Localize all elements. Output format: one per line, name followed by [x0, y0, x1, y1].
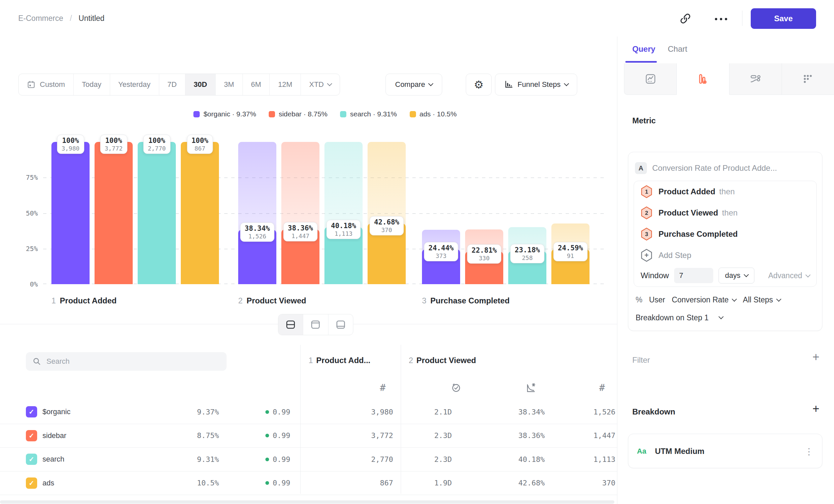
funnel-bar[interactable] — [138, 142, 176, 284]
bar-value-label: 38.34%1,526 — [240, 223, 275, 242]
date-range-12m[interactable]: 12M — [270, 74, 301, 95]
settings-button[interactable]: ⚙ — [466, 74, 492, 95]
bar-value-label: 38.36%1,447 — [283, 222, 318, 242]
conversion-rate-column-icon[interactable] — [525, 382, 537, 395]
query-step-1[interactable]: 1Product Addedthen — [634, 181, 816, 202]
funnel-step-group-1: 100%3,980100%3,772100%2,770100%867 — [51, 142, 219, 284]
funnel-step-group-3: 24.44%37322.81%33023.18%25824.59%91 — [422, 142, 590, 284]
kebab-menu-icon[interactable]: ⋮ — [805, 446, 813, 457]
step-label-2: 2Product Viewed — [238, 296, 306, 305]
date-range-7d[interactable]: 7D — [159, 74, 185, 95]
report-type-tabs — [624, 63, 834, 95]
layout-chart-button[interactable] — [303, 314, 328, 335]
step1-count-cell: 2,770 — [327, 448, 393, 471]
sig-cell: 0.99 — [231, 424, 290, 448]
chevron-down-icon — [732, 297, 737, 302]
more-options-icon[interactable] — [712, 17, 729, 21]
bar-slot-sidebar: 100%3,772 — [94, 142, 133, 284]
metric-type-selector[interactable]: Conversion Rate — [672, 295, 736, 304]
date-range-yesterday[interactable]: Yesterday — [110, 74, 159, 95]
significance-dot — [265, 458, 269, 461]
legend-item-organic[interactable]: $organic · 9.37% — [193, 110, 256, 118]
date-range-3m[interactable]: 3M — [216, 74, 243, 95]
row-checkbox[interactable]: ✓ — [26, 430, 37, 441]
legend-item-sidebar[interactable]: sidebar · 8.75% — [269, 110, 327, 118]
conversion-window-row: Window 7 days Advanced — [634, 266, 816, 285]
legend-item-search[interactable]: search · 9.31% — [340, 110, 397, 118]
layout-table-button[interactable] — [328, 314, 353, 335]
retention-report-tab[interactable] — [782, 63, 834, 95]
bar-pct: 24.44% — [429, 244, 454, 252]
svg-text:3: 3 — [645, 231, 648, 237]
bar-value-label: 42.68%370 — [370, 216, 404, 235]
filter-section-heading: Filter — [632, 356, 650, 365]
add-step-button[interactable]: +Add Step — [634, 245, 816, 266]
step2-time-cell: 2.1D — [392, 400, 452, 424]
window-value-input[interactable]: 7 — [674, 268, 713, 283]
breadcrumb-section[interactable]: E-Commerce — [18, 14, 63, 23]
flows-icon — [749, 73, 761, 85]
query-step-2[interactable]: 2Product Viewedthen — [634, 202, 816, 224]
metric-name[interactable]: Conversion Rate of Product Adde... — [652, 163, 777, 173]
time-to-convert-icon[interactable] — [451, 382, 462, 395]
funnel-chart: 100%3,980100%3,772100%2,770100%86738.34%… — [43, 142, 607, 284]
entity-selector[interactable]: User — [649, 295, 665, 304]
date-range-30d[interactable]: 30D — [185, 74, 216, 95]
table-row-sidebar[interactable]: ✓sidebar8.75%3,7722.3D38.36%1,4470.99 — [0, 424, 617, 448]
funnels-report-tab[interactable] — [677, 63, 729, 95]
breakdown-property-card[interactable]: Aa UTM Medium ⋮ — [628, 434, 822, 468]
date-range-xtd[interactable]: XTD — [301, 74, 340, 95]
flows-report-tab[interactable] — [729, 63, 782, 95]
chart-view-selector[interactable]: Funnel Steps — [495, 74, 577, 95]
compare-button[interactable]: Compare — [386, 74, 442, 95]
date-range-today[interactable]: Today — [74, 74, 110, 95]
table-row-ads[interactable]: ✓ads10.5%8671.9D42.68%3700.99 — [0, 472, 617, 496]
tab-query[interactable]: Query — [632, 44, 655, 54]
insights-report-tab[interactable] — [624, 63, 677, 95]
metric-section-heading: Metric — [632, 116, 656, 125]
step2-rate-cell: 38.34% — [481, 400, 545, 424]
funnels-icon — [697, 73, 709, 85]
bar-slot-organic: 38.34%1,526 — [238, 142, 276, 284]
count-column-icon[interactable]: # — [599, 382, 605, 393]
funnel-bar[interactable] — [181, 142, 219, 284]
bar-slot-search: 40.18%1,113 — [325, 142, 363, 284]
total-conv-cell: 8.75% — [159, 424, 219, 448]
save-button[interactable]: Save — [751, 8, 816, 29]
date-range-6m[interactable]: 6M — [243, 74, 270, 95]
breakdown-section-heading: Breakdown — [632, 407, 675, 416]
chevron-down-icon — [564, 81, 569, 86]
window-unit-select[interactable]: days — [719, 268, 754, 283]
add-filter-button[interactable]: + — [812, 352, 819, 362]
total-conv-cell: 9.31% — [159, 448, 219, 471]
horizontal-scrollbar[interactable] — [0, 500, 614, 504]
row-checkbox[interactable]: ✓ — [26, 406, 37, 417]
add-breakdown-button[interactable]: + — [812, 404, 819, 414]
date-range-custom[interactable]: Custom — [19, 74, 74, 95]
funnel-bar[interactable] — [94, 142, 133, 284]
row-checkbox[interactable]: ✓ — [26, 454, 37, 465]
advanced-toggle[interactable]: Advanced — [768, 271, 810, 280]
legend-item-ads[interactable]: ads · 10.5% — [410, 110, 457, 118]
bar-slot-search: 100%2,770 — [138, 142, 176, 284]
search-input[interactable] — [46, 357, 206, 366]
bar-pct: 100% — [105, 137, 123, 144]
bar-pct: 100% — [61, 137, 79, 144]
report-title[interactable]: Untitled — [79, 14, 105, 23]
row-checkbox[interactable]: ✓ — [26, 478, 37, 489]
significance-dot — [265, 410, 269, 414]
table-row-organic[interactable]: ✓$organic9.37%3,9802.1D38.34%1,5260.99 — [0, 400, 617, 424]
svg-text:2: 2 — [645, 210, 648, 216]
steps-scope-selector[interactable]: All Steps — [743, 295, 781, 304]
table-row-search[interactable]: ✓search9.31%2,7702.3D40.18%1,1130.99 — [0, 448, 617, 472]
funnel-bar[interactable] — [51, 142, 90, 284]
breakdown-step-selector[interactable]: Breakdown on Step 1 — [636, 313, 723, 322]
count-column-icon[interactable]: # — [380, 382, 386, 393]
layout-split-button[interactable] — [278, 314, 303, 335]
bar-count: 258 — [515, 254, 540, 261]
tab-chart[interactable]: Chart — [668, 44, 687, 54]
bar-pct: 100% — [192, 137, 208, 144]
step2-count-cell: 370 — [551, 472, 615, 495]
query-step-3[interactable]: 3Purchase Completed — [634, 224, 816, 245]
copy-link-icon[interactable] — [679, 13, 692, 25]
